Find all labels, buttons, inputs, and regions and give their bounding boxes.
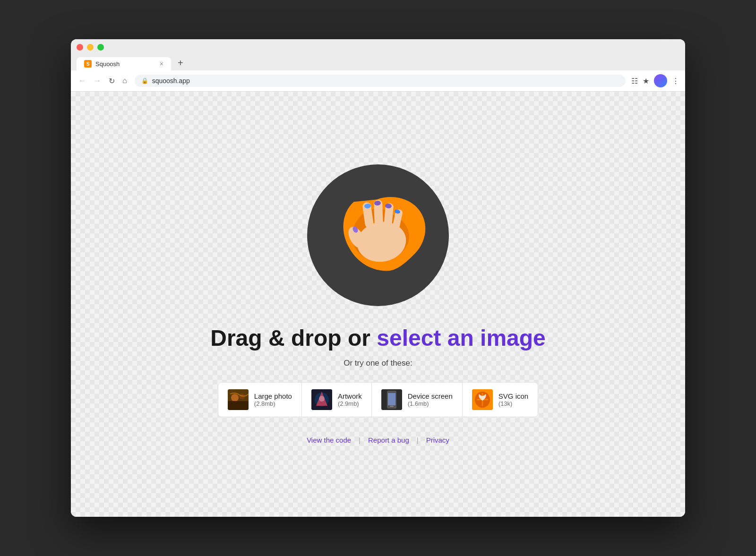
footer-links: View the code | Report a bug | Privacy (297, 427, 459, 453)
artwork-thumb (311, 389, 332, 410)
svg-icon-info: SVG icon (13k) (498, 392, 528, 407)
squoosh-logo-svg (317, 174, 439, 297)
profile-icon[interactable] (654, 74, 667, 87)
device-screen-thumbnail (381, 389, 402, 410)
artwork-size: (2.9mb) (338, 400, 362, 407)
bookmark-icon[interactable]: ★ (643, 77, 649, 86)
tab-favicon: S (84, 60, 92, 68)
svg-icon-name: SVG icon (498, 392, 528, 400)
external-link-icon[interactable]: ☷ (631, 77, 638, 86)
artwork-info: Artwork (2.9mb) (338, 392, 362, 407)
nav-buttons: ← → ↻ ⌂ (77, 76, 129, 86)
browser-chrome: S Squoosh × + (71, 39, 685, 70)
footer-divider-2: | (417, 436, 419, 444)
device-screen-thumb (381, 389, 402, 410)
minimize-window-button[interactable] (87, 44, 94, 51)
home-button[interactable]: ⌂ (120, 76, 129, 86)
footer-divider-1: | (359, 436, 361, 444)
artwork-name: Artwork (338, 392, 362, 400)
squoosh-logo-circle (307, 164, 449, 306)
drop-zone[interactable]: Drag & drop or select an image Or try on… (71, 92, 685, 517)
toolbar-right: ☷ ★ ⋮ (631, 74, 679, 87)
view-code-link[interactable]: View the code (307, 436, 351, 444)
close-window-button[interactable] (77, 44, 83, 51)
sample-images-bar: Large photo (2.8mb) (218, 382, 538, 417)
svg-icon-size: (13k) (498, 400, 528, 407)
lock-icon: 🔒 (141, 77, 148, 84)
maximize-window-button[interactable] (97, 44, 104, 51)
svg-rect-21 (390, 406, 394, 407)
device-screen-info: Device screen (1.6mb) (408, 392, 453, 407)
svg-rect-13 (228, 401, 249, 410)
logo-area (307, 164, 449, 306)
svg-rect-20 (388, 393, 395, 405)
svg-icon-thumb (472, 389, 493, 410)
privacy-link[interactable]: Privacy (426, 436, 449, 444)
headline-static-text: Drag & drop or (210, 325, 377, 351)
device-screen-name: Device screen (408, 392, 453, 400)
sample-artwork[interactable]: Artwork (2.9mb) (302, 383, 372, 417)
large-photo-thumbnail (228, 389, 249, 410)
artwork-thumbnail (311, 389, 332, 410)
subtitle-text: Or try one of these: (344, 359, 412, 368)
tab-close-button[interactable]: × (160, 60, 163, 68)
active-tab[interactable]: S Squoosh × (77, 57, 171, 70)
device-screen-size: (1.6mb) (408, 400, 453, 407)
large-photo-thumb (228, 389, 249, 410)
sample-large-photo[interactable]: Large photo (2.8mb) (218, 383, 302, 417)
address-bar-row: ← → ↻ ⌂ 🔒 squoosh.app ☷ ★ ⋮ (71, 70, 685, 92)
url-text: squoosh.app (152, 77, 190, 85)
svg-icon-thumbnail (472, 389, 493, 410)
sample-device-screen[interactable]: Device screen (1.6mb) (372, 383, 463, 417)
browser-window: S Squoosh × + ← → ↻ ⌂ 🔒 squoosh.app ☷ ★ … (71, 39, 685, 517)
menu-icon[interactable]: ⋮ (672, 77, 679, 86)
back-button[interactable]: ← (77, 76, 88, 86)
forward-button[interactable]: → (92, 76, 103, 86)
large-photo-name: Large photo (254, 392, 292, 400)
headline: Drag & drop or select an image (210, 325, 546, 351)
tab-title: Squoosh (95, 60, 120, 68)
report-bug-link[interactable]: Report a bug (368, 436, 409, 444)
sample-svg-icon[interactable]: SVG icon (13k) (463, 383, 538, 417)
main-content: Drag & drop or select an image Or try on… (71, 92, 685, 517)
reload-button[interactable]: ↻ (107, 76, 117, 86)
large-photo-size: (2.8mb) (254, 400, 292, 407)
tab-bar: S Squoosh × + (77, 55, 679, 70)
svg-point-17 (319, 396, 325, 402)
traffic-lights (77, 44, 679, 51)
select-image-link[interactable]: select an image (377, 325, 546, 351)
svg-point-12 (231, 394, 239, 402)
large-photo-info: Large photo (2.8mb) (254, 392, 292, 407)
new-tab-button[interactable]: + (173, 55, 188, 70)
address-bar[interactable]: 🔒 squoosh.app (135, 75, 626, 87)
